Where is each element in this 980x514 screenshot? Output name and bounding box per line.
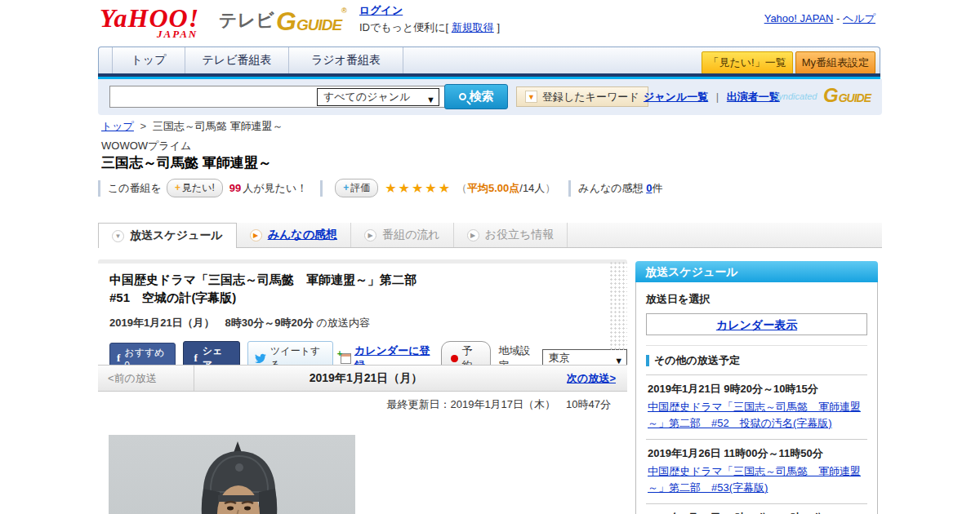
- syndicated-label: Syndicated: [773, 91, 817, 101]
- rating-row: この番組を +見たい! 99 人が見たい！ +評価 ★★★★★ （平均5.00点…: [98, 179, 675, 197]
- header-right-links: Yahoo! JAPAN - ヘルプ: [764, 11, 875, 26]
- search-bar: すべてのジャンル▼ 検索 ▼登録したキーワード ジャンル一覧 | 出演者一覧 S…: [98, 79, 882, 115]
- mitai-list-button[interactable]: 「見たい!」一覧: [702, 51, 792, 74]
- id-benefit-text: IDでもっと便利に[ 新規取得 ]: [359, 20, 500, 35]
- genre-list-link[interactable]: ジャンル一覧: [644, 91, 708, 103]
- sidebar-body: 放送日を選択 カレンダー表示 その他の放送予定 2019年1月21日 9時20分…: [635, 282, 878, 514]
- date-navigation: <前の放送 2019年1月21日（月） 次の放送>: [98, 365, 627, 392]
- gguide-logo[interactable]: GGUIDE®: [276, 7, 347, 37]
- other-broadcasts-heading: その他の放送予定: [646, 345, 867, 368]
- arrow-right-circle-icon: ▶: [364, 229, 376, 241]
- chevron-down-icon: ▼: [525, 91, 537, 103]
- chevron-down-icon: ▼: [426, 91, 435, 106]
- next-broadcast-link[interactable]: 次の放送>: [537, 371, 627, 386]
- global-nav: トップ テレビ番組表 ラジオ番組表 「見たい!」一覧 My番組表設定: [98, 47, 880, 73]
- schedule-item-link[interactable]: 中国歴史ドラマ「三国志～司馬懿 軍師連盟～」第二部 #52 投獄の汚名(字幕版): [648, 399, 866, 432]
- yahoo-japan-logo-sub: JAPAN: [157, 28, 198, 41]
- service-name-tv: テレビ: [219, 8, 274, 33]
- twitter-bird-icon: [255, 353, 266, 364]
- page: YaHOO! JAPAN テレビ GGUIDE® ログイン IDでもっと便利に[…: [0, 0, 980, 514]
- schedule-item-date: 2019年1月26日 11時50分～12時50分: [648, 511, 866, 514]
- register-id-link[interactable]: 新規取得: [452, 21, 494, 33]
- mitai-count: 99: [229, 182, 241, 194]
- schedule-item: 2019年1月21日 9時20分～10時15分 中国歴史ドラマ「三国志～司馬懿 …: [646, 374, 867, 439]
- page-title: 三国志～司馬懿 軍師連盟～: [101, 153, 272, 172]
- gguide-logo-small[interactable]: GGUIDE: [823, 84, 871, 107]
- current-broadcast-date: 2019年1月21日（月）: [194, 371, 537, 386]
- arrow-right-circle-icon: ▶: [250, 229, 262, 241]
- section-tabbar: ▼放送スケジュール ▶みんなの感想 ▶番組の流れ ▶お役立ち情報: [98, 223, 882, 248]
- genre-select[interactable]: すべてのジャンル▼: [317, 88, 439, 106]
- heading-accent-bar: [646, 355, 649, 366]
- arrow-down-circle-icon: ▼: [112, 230, 124, 242]
- schedule-item-date: 2019年1月21日 9時20分～10時15分: [648, 382, 866, 397]
- program-detail-top-edge: [98, 259, 627, 264]
- schedule-item-date: 2019年1月26日 11時00分～11時50分: [648, 446, 866, 461]
- site-header: YaHOO! JAPAN テレビ GGUIDE® ログイン IDでもっと便利に[…: [98, 0, 882, 45]
- rate-button[interactable]: +評価: [335, 179, 378, 197]
- divider: [568, 180, 571, 197]
- yahoo-japan-link[interactable]: Yahoo! JAPAN: [764, 12, 834, 24]
- last-updated-text: 最終更新日：2019年1月17日（木） 10時47分: [98, 397, 611, 412]
- search-links: ジャンル一覧 | 出演者一覧: [644, 90, 780, 104]
- impressions-segment: みんなの感想 0件: [578, 181, 662, 196]
- my-schedule-settings-button[interactable]: My番組表設定: [795, 51, 875, 74]
- broadcast-datetime: 2019年1月21日（月） 8時30分～9時20分 の放送内容: [109, 316, 627, 330]
- program-detail-block: 中国歴史ドラマ「三国志～司馬懿 軍師連盟～」第二部 #51 空城の計(字幕版) …: [98, 259, 627, 375]
- sidebar-title: 放送スケジュール: [635, 261, 878, 282]
- calendar-display-box[interactable]: カレンダー表示: [646, 313, 867, 335]
- tab-broadcast-schedule[interactable]: ▼放送スケジュール: [98, 223, 237, 248]
- plus-icon: +: [343, 182, 349, 193]
- select-date-label: 放送日を選択: [646, 292, 867, 307]
- login-link[interactable]: ログイン: [359, 4, 403, 16]
- schedule-item: 2019年1月26日 11時50分～12時50分 中国歴史ドラマ「三国志～司馬懿…: [646, 503, 867, 514]
- nav-right-buttons: 「見たい!」一覧 My番組表設定: [702, 51, 875, 74]
- schedule-item-link[interactable]: 中国歴史ドラマ「三国志～司馬懿 軍師連盟～」第二部 #53(字幕版): [648, 463, 866, 496]
- divider: [320, 180, 323, 197]
- tab-impressions[interactable]: ▶みんなの感想: [237, 223, 351, 247]
- facebook-icon: f: [117, 352, 120, 365]
- search-button[interactable]: 検索: [444, 84, 508, 109]
- calendar-icon: [341, 353, 351, 364]
- tabbar-filler: [568, 223, 882, 247]
- help-link[interactable]: ヘルプ: [843, 12, 875, 24]
- rating-segment: +評価 ★★★★★ （平均5.00点/14人）: [330, 179, 555, 197]
- helmeted-warrior-image: [109, 435, 355, 514]
- search-icon: [459, 93, 466, 100]
- schedule-item: 2019年1月26日 11時00分～11時50分 中国歴史ドラマ「三国志～司馬懿…: [646, 439, 867, 503]
- channel-name: WOWOWプライム: [101, 139, 191, 153]
- divider: [98, 180, 100, 197]
- impressions-count-link[interactable]: 0: [646, 182, 652, 194]
- broadcast-schedule-sidebar: 放送スケジュール 放送日を選択 カレンダー表示 その他の放送予定 2019年1月…: [635, 261, 878, 514]
- mitai-button[interactable]: +見たい!: [167, 179, 223, 197]
- arrow-right-circle-icon: ▶: [467, 229, 479, 241]
- nav-tab-top[interactable]: トップ: [112, 47, 185, 73]
- breadcrumb: トップ > 三国志～司馬懿 軍師連盟～: [101, 119, 283, 134]
- tab-useful-info[interactable]: ▶お役立ち情報: [454, 223, 568, 247]
- episode-title: 中国歴史ドラマ「三国志～司馬懿 軍師連盟～」第二部 #51 空城の計(字幕版): [109, 271, 627, 307]
- previous-broadcast-link[interactable]: <前の放送: [98, 366, 194, 391]
- login-area: ログイン IDでもっと便利に[ 新規取得 ]: [359, 3, 500, 35]
- record-dot-icon: [451, 355, 457, 362]
- facebook-icon: f: [194, 352, 197, 365]
- breadcrumb-current: 三国志～司馬懿 軍師連盟～: [153, 120, 283, 132]
- program-photo: [109, 435, 355, 514]
- registered-keywords-button[interactable]: ▼登録したキーワード: [516, 86, 648, 107]
- nav-tab-tv-listings[interactable]: テレビ番組表: [185, 47, 289, 73]
- breadcrumb-home-link[interactable]: トップ: [101, 120, 134, 132]
- star-rating-icons: ★★★★★: [385, 180, 452, 196]
- plus-icon: +: [175, 182, 180, 193]
- mitai-segment: この番組を +見たい! 99 人が見たい！: [108, 179, 307, 197]
- dotted-texture: [609, 261, 627, 351]
- rating-average: （平均5.00点/14人）: [457, 181, 555, 196]
- tab-program-flow[interactable]: ▶番組の流れ: [351, 223, 454, 247]
- nav-tab-radio-listings[interactable]: ラジオ番組表: [289, 47, 403, 73]
